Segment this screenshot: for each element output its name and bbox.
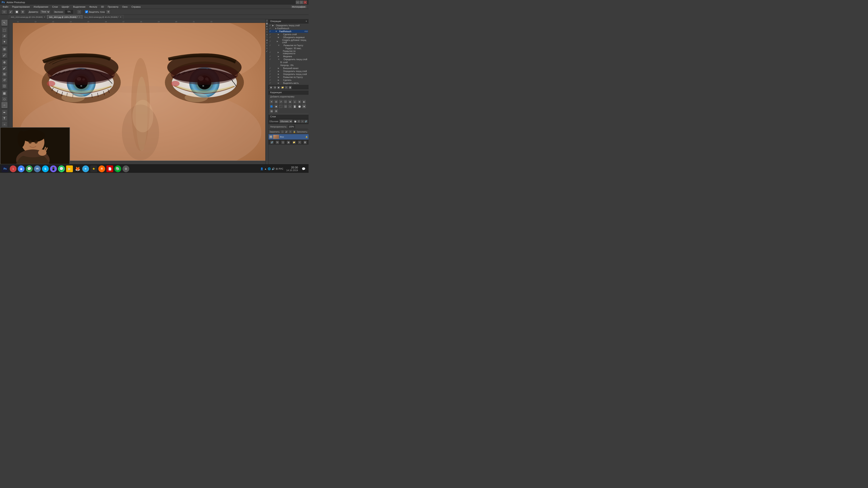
taskbar-settings2-icon[interactable]: ⚙: [123, 165, 129, 172]
expand-13[interactable]: ▶: [278, 67, 279, 69]
expand-16[interactable]: ▶: [278, 76, 279, 78]
taskbar-ps-icon[interactable]: Ps: [2, 165, 8, 172]
taskbar-star-icon[interactable]: ★: [90, 165, 97, 172]
actions-panel-menu[interactable]: ≡: [306, 20, 307, 22]
hsl-icon[interactable]: ⬥: [293, 100, 297, 104]
tray-speaker-icon[interactable]: 🔊: [272, 167, 275, 170]
protect-tone-check[interactable]: [85, 10, 88, 13]
menu-select[interactable]: Выделение: [71, 5, 87, 8]
menu-layers[interactable]: Слои: [51, 5, 60, 8]
action-row-12[interactable]: ✓ Непрозр.: 0%: [269, 64, 308, 67]
stop-btn[interactable]: ■: [269, 86, 273, 89]
taskbar-chrome-icon[interactable]: ◉: [18, 165, 25, 172]
blend-mode-select[interactable]: Обычние: [279, 120, 293, 123]
threshold-icon[interactable]: ⬦: [288, 104, 292, 108]
text-tool[interactable]: T: [2, 116, 7, 121]
taskbar-viber-icon[interactable]: 📱: [50, 165, 57, 172]
lock-all-btn[interactable]: 🔒: [293, 130, 296, 133]
action-row-1[interactable]: ✓ ▶ FastRetouch: [269, 27, 308, 30]
taskbar-notification-icon[interactable]: 1: [10, 165, 17, 172]
brush-option-btn[interactable]: ⊞: [20, 9, 25, 14]
bw-icon[interactable]: ◐: [302, 100, 306, 104]
menu-window[interactable]: Окно: [121, 5, 129, 8]
pen-tool[interactable]: ✒: [2, 110, 7, 115]
posterize-icon[interactable]: ◫: [283, 104, 287, 108]
layer-item-0[interactable]: 👁 Фон 🔒: [269, 134, 309, 140]
curves-icon[interactable]: ↗: [279, 100, 283, 104]
taskbar-chat-icon[interactable]: 💬: [26, 165, 33, 172]
pattern-fill-icon[interactable]: ⊞: [274, 109, 278, 113]
layer-link-btn[interactable]: 🔗: [270, 141, 274, 144]
shadow-select[interactable]: Тени: [40, 10, 50, 14]
path-tool[interactable]: ⬦: [2, 121, 7, 127]
expand-15[interactable]: ▶: [278, 73, 279, 75]
eyedropper-tool[interactable]: 🖋: [2, 52, 7, 58]
eraser-tool[interactable]: ◫: [2, 83, 7, 89]
new-action-btn[interactable]: +: [285, 86, 288, 89]
expand-8[interactable]: ▶: [278, 51, 279, 53]
action-row-6[interactable]: ✓ ▼ Размытие по Гауссу: [269, 44, 308, 47]
art-history-icon[interactable]: ⬤: [266, 22, 268, 25]
expand-17[interactable]: ▶: [278, 79, 279, 81]
tray-lang[interactable]: РУС: [279, 167, 283, 170]
exposure-input[interactable]: [65, 10, 73, 14]
menu-help[interactable]: Справка: [130, 5, 142, 8]
opacity-input[interactable]: [288, 125, 295, 128]
taskbar-yandex-icon[interactable]: Я: [98, 165, 105, 172]
action-row-13[interactable]: ✓ ▶ Внешний канал: [269, 67, 308, 70]
layers-icon-2[interactable]: T: [297, 120, 301, 123]
vibrance-icon[interactable]: ◈: [288, 100, 292, 104]
photo-filter-icon[interactable]: 🔵: [269, 104, 274, 108]
selection-tool[interactable]: ⬚: [2, 27, 7, 33]
action-row-10[interactable]: ✓ ▼ Определить текущ слой: [269, 58, 308, 61]
channel-mix-icon[interactable]: ◉: [274, 104, 278, 108]
move-tool[interactable]: ↖: [2, 20, 7, 25]
crop-tool[interactable]: ⊠: [2, 46, 7, 52]
action-row-15[interactable]: ✓ ▶ Определить текущ слой: [269, 73, 308, 76]
close-button[interactable]: ✕: [304, 1, 307, 4]
expand-9[interactable]: ▶: [278, 55, 279, 57]
dodge-tool[interactable]: ○: [2, 102, 7, 108]
brush-small-btn[interactable]: 🖌: [8, 9, 13, 14]
tray-arrow-icon[interactable]: ▲: [264, 167, 267, 170]
layer-new-btn[interactable]: +: [298, 141, 301, 144]
brush2-icon[interactable]: 🖌: [266, 50, 268, 52]
levels-icon[interactable]: ⊟: [274, 100, 278, 104]
expand-5[interactable]: ▶: [277, 40, 278, 42]
doctab-1-close[interactable]: ✕: [79, 16, 80, 18]
expand-6[interactable]: ▼: [278, 44, 280, 46]
record-btn[interactable]: ⏺: [273, 86, 277, 89]
paragraph-icon[interactable]: ¶: [266, 44, 268, 47]
lock-paint-btn[interactable]: 🖌: [285, 130, 288, 133]
lasso-tool[interactable]: ⌀: [2, 33, 7, 39]
layer-visibility-eye[interactable]: 👁: [269, 135, 272, 138]
actions-panel-header[interactable]: Операции ≡: [269, 19, 309, 24]
action-row-17[interactable]: ✓ ▶ Сделать: [269, 78, 308, 82]
tool-mode-btn[interactable]: ◻: [1, 9, 7, 14]
invert-icon[interactable]: ⬛: [279, 104, 283, 108]
lock-transparent-btn[interactable]: ⬚: [281, 130, 284, 133]
taskbar-slides-icon[interactable]: ▶: [66, 165, 73, 172]
action-row-7[interactable]: ✓ Радиус: 30 пикс.: [269, 47, 308, 50]
delete-action-btn[interactable]: 🗑: [288, 86, 292, 89]
action-row-8[interactable]: ✓ ▶ Размытие по поверхности: [269, 50, 308, 55]
menu-file[interactable]: Файл: [1, 5, 10, 8]
gradient-fill-icon[interactable]: ▤: [269, 109, 274, 113]
char-icon[interactable]: A: [266, 47, 268, 50]
healing-tool[interactable]: ⊕: [2, 60, 7, 65]
expand-2[interactable]: ▼: [275, 30, 277, 32]
layers-icon-4[interactable]: 🔗: [304, 120, 308, 123]
action-row-4[interactable]: ✓ ▶ Объединить видимые: [269, 36, 308, 39]
taskbar-pdf-icon[interactable]: 📄: [106, 165, 113, 172]
expand-4[interactable]: ▶: [278, 36, 279, 38]
action-row-18[interactable]: ✓ ▶ Выделить кисть: [269, 82, 308, 85]
expand-14[interactable]: ▶: [278, 70, 279, 72]
new-set-btn[interactable]: 📁: [281, 86, 284, 89]
action-row-14[interactable]: ✓ ▶ Определить текущ слой: [269, 70, 308, 73]
menu-font[interactable]: Шрифт: [60, 5, 71, 8]
doctab-0[interactable]: IMG_2224 копия.jpg @ 15% (RGB/8) ✕: [9, 15, 47, 19]
tray-network-icon[interactable]: 🌐: [268, 167, 271, 170]
menu-view[interactable]: Просмотр: [106, 5, 120, 8]
taskbar-telegram-icon[interactable]: ✈: [82, 165, 89, 172]
action-row-5[interactable]: ✓ ▶ Создать дубликат текущ слой: [269, 39, 308, 44]
